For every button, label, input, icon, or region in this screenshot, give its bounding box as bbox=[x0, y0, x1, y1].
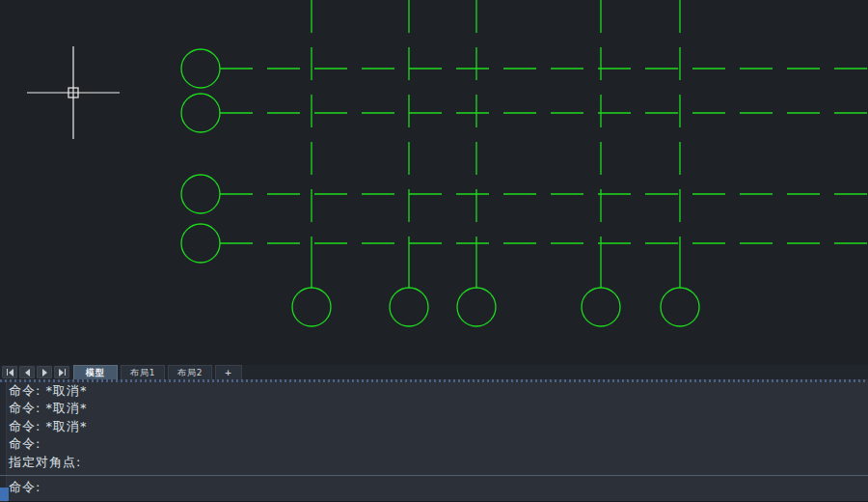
drawing-canvas[interactable] bbox=[0, 0, 868, 365]
command-input-line[interactable]: 命令: bbox=[9, 477, 857, 500]
cad-circle[interactable] bbox=[582, 288, 620, 326]
add-layout-tab-button[interactable]: + bbox=[215, 365, 242, 379]
last-tab-icon bbox=[59, 369, 66, 376]
command-separator bbox=[0, 475, 868, 476]
command-window: 命令: *取消*命令: *取消*命令: *取消*命令:指定对角点: 命令: bbox=[0, 379, 868, 502]
command-history-line: 指定对角点: bbox=[9, 454, 857, 471]
last-tab-button[interactable] bbox=[54, 366, 69, 378]
cad-application-window: 模型布局1布局2+ 命令: *取消*命令: *取消*命令: *取消*命令:指定对… bbox=[0, 0, 868, 502]
tab-模型[interactable]: 模型 bbox=[73, 365, 118, 379]
command-history-line: 命令: *取消* bbox=[9, 418, 857, 435]
cad-circle[interactable] bbox=[457, 288, 496, 326]
prev-tab-icon bbox=[25, 369, 30, 376]
cad-circle[interactable] bbox=[390, 288, 428, 326]
cad-svg bbox=[0, 0, 868, 365]
next-tab-button[interactable] bbox=[37, 366, 52, 378]
cad-circle[interactable] bbox=[661, 288, 699, 326]
cad-circle[interactable] bbox=[181, 175, 220, 213]
cad-circle[interactable] bbox=[181, 49, 220, 88]
next-tab-icon bbox=[42, 369, 47, 376]
command-window-left-border bbox=[0, 382, 7, 502]
command-history-line: 命令: *取消* bbox=[9, 400, 857, 417]
cad-circle[interactable] bbox=[181, 94, 220, 132]
cad-circle[interactable] bbox=[292, 288, 331, 326]
first-tab-icon bbox=[7, 369, 14, 376]
prev-tab-button[interactable] bbox=[19, 366, 35, 378]
command-history-line: 命令: bbox=[9, 435, 857, 453]
layout-tabs: 模型布局1布局2+ bbox=[73, 365, 245, 379]
tab-布局1[interactable]: 布局1 bbox=[121, 365, 165, 379]
layout-tab-bar: 模型布局1布局2+ bbox=[0, 365, 868, 379]
command-history: 命令: *取消*命令: *取消*命令: *取消*命令:指定对角点: bbox=[9, 382, 857, 471]
resize-grip[interactable] bbox=[0, 488, 9, 501]
first-tab-button[interactable] bbox=[2, 366, 17, 378]
command-history-line: 命令: *取消* bbox=[9, 382, 857, 400]
cad-circle[interactable] bbox=[181, 224, 220, 263]
tab-布局2[interactable]: 布局2 bbox=[168, 365, 212, 379]
tab-nav-buttons bbox=[0, 365, 71, 379]
